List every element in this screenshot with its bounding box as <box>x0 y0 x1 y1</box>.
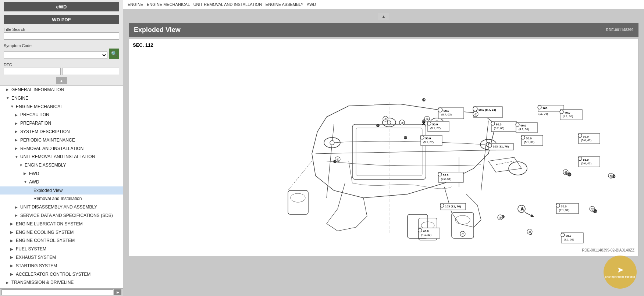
sec-label: SEC. 112 <box>133 42 634 48</box>
tree-label-awd: AWD <box>29 179 39 185</box>
tree-label-exhaust-system: EXHAUST SYSTEM <box>16 254 56 261</box>
tree-arrow-service-data: ▶ <box>15 213 19 218</box>
tree-arrow-unit-disassembly: ▶ <box>15 205 19 210</box>
tree-item-periodic-maintenance[interactable]: ▶PERIODIC MAINTENANCE <box>0 136 123 145</box>
tree-label-transmission: TRANSMISSION & DRIVELINE <box>11 279 74 286</box>
tree-item-engine-assembly[interactable]: ▼ENGINE ASSEMBLY <box>0 161 123 170</box>
svg-point-73 <box>521 136 525 139</box>
svg-text:⑤: ⑤ <box>337 158 339 161</box>
tree-arrow-engine-mechanical: ▼ <box>10 104 15 109</box>
tree-item-exploded-view[interactable]: Exploded View <box>0 186 123 195</box>
tree-item-unit-removal-installation[interactable]: ▼UNIT REMOVAL AND INSTALLATION <box>0 153 123 161</box>
tree-label-accelerator-control: ACCELERATOR CONTROL SYSTEM <box>16 271 90 278</box>
svg-text:40.0: 40.0 <box>520 124 526 127</box>
svg-text:④: ④ <box>426 118 428 121</box>
dtc-input-2[interactable] <box>62 68 119 75</box>
tree-label-engine-lubrication: ENGINE LUBRICATION SYSTEM <box>16 221 83 227</box>
collapse-arrow-button[interactable]: ▲ <box>56 77 67 84</box>
svg-point-84 <box>578 157 582 161</box>
tree-label-engine-cooling: ENGINE COOLING SYSTEM <box>16 229 74 236</box>
tree-item-engine-lubrication[interactable]: ▶ENGINE LUBRICATION SYSTEM <box>0 220 123 228</box>
breadcrumb-text: ENGINE - ENGINE MECHANICAL - UNIT REMOVA… <box>128 2 316 7</box>
svg-point-65 <box>491 122 495 125</box>
tree-arrow-starting-system: ▶ <box>10 263 15 268</box>
tree-item-system-description[interactable]: ▶SYSTEM DESCRIPTION <box>0 128 123 136</box>
svg-text:50.0: 50.0 <box>526 137 532 140</box>
title-search-input[interactable] <box>4 32 119 40</box>
svg-text:(8.1, 59): (8.1, 59) <box>564 238 574 241</box>
svg-text:(8.7, 63): (8.7, 63) <box>441 113 452 116</box>
svg-point-88 <box>438 172 442 176</box>
rde-code-top: RDE-001148399 <box>606 28 634 32</box>
tree-item-engine-mechanical[interactable]: ▼ENGINE MECHANICAL <box>0 103 123 111</box>
tree-item-preparation[interactable]: ▶PREPARATION <box>0 119 123 128</box>
svg-text:103: 103 <box>542 107 548 110</box>
sidebar-bottom-arrow[interactable]: ▶ <box>114 289 121 295</box>
content-scroll: ▲ Exploded View RDE-001148399 SEC. 112 <box>123 9 644 296</box>
tree-item-accelerator-control[interactable]: ▶ACCELERATOR CONTROL SYSTEM <box>0 270 123 279</box>
tree-arrow-general-info: ▶ <box>6 87 10 92</box>
svg-text:(4.1, 30): (4.1, 30) <box>519 128 529 131</box>
tree-item-general-info[interactable]: ▶GENERAL INFORMATION <box>0 86 123 94</box>
diagram-svg: A ① ② ③ ④ ⑤ <box>133 51 634 247</box>
svg-point-92 <box>440 204 444 207</box>
main-content: ENGINE - ENGINE MECHANICAL - UNIT REMOVA… <box>123 0 644 296</box>
svg-text:80.0: 80.0 <box>566 234 572 238</box>
tree-arrow-engine: ▼ <box>6 96 10 101</box>
svg-point-103 <box>561 233 565 237</box>
svg-text:⑫: ⑫ <box>610 175 613 178</box>
tree-item-transmission[interactable]: ▶TRANSMISSION & DRIVELINE <box>0 278 123 287</box>
tree-arrow-unit-removal-installation: ▼ <box>15 154 19 160</box>
wd-pdf-button[interactable]: WD PDF <box>4 15 119 24</box>
tree-item-starting-system[interactable]: ▶STARTING SYSTEM <box>0 262 123 270</box>
tree-item-service-data[interactable]: ▶SERVICE DATA AND SPECIFICATIONS (SDS) <box>0 211 123 220</box>
tree-label-fuel-system: FUEL SYSTEM <box>16 246 46 252</box>
tree-label-engine-control: ENGINE CONTROL SYSTEM <box>16 238 75 244</box>
tree-item-removal-installation[interactable]: ▶REMOVAL AND INSTALLATION <box>0 145 123 153</box>
tree-item-engine-cooling[interactable]: ▶ENGINE COOLING SYSTEM <box>0 228 123 237</box>
tree-item-fwd[interactable]: ▶FWD <box>0 170 123 178</box>
tree-item-unit-disassembly[interactable]: ▶UNIT DISASSEMBLY AND ASSEMBLY <box>0 203 123 211</box>
tree-item-exhaust-system[interactable]: ▶EXHAUST SYSTEM <box>0 253 123 262</box>
title-search-label: Title Search <box>4 27 119 32</box>
rde-code-bottom: RDE-001148399-02-BIA0140ZZ <box>133 248 634 252</box>
svg-text:⑪: ⑪ <box>591 208 594 211</box>
svg-text:55.0: 55.0 <box>583 158 589 161</box>
svg-text:①: ① <box>422 98 426 102</box>
tree-label-removal-installation: REMOVAL AND INSTALLATION <box>20 146 83 152</box>
tree-label-starting-system: STARTING SYSTEM <box>16 263 57 269</box>
svg-line-2 <box>316 150 496 154</box>
tree-label-general-info: GENERAL INFORMATION <box>11 87 64 93</box>
svg-text:(5.6, 41): (5.6, 41) <box>581 162 591 165</box>
tree-item-precaution[interactable]: ▶PRECAUTION <box>0 111 123 119</box>
tree-nav: ▶GENERAL INFORMATION▼ENGINE▼ENGINE MECHA… <box>0 85 123 288</box>
dtc-input-1[interactable] <box>4 68 61 75</box>
tree-arrow-accelerator-control: ▶ <box>10 272 15 277</box>
svg-text:40.0: 40.0 <box>565 111 570 114</box>
scroll-up-button[interactable]: ▲ <box>378 13 389 20</box>
exploded-view-header: Exploded View RDE-001148399 <box>129 23 638 37</box>
sidebar-bottom-input[interactable] <box>1 289 113 295</box>
sidebar-bottom-bar: ▶ <box>0 288 123 296</box>
svg-text:103 (11, 76): 103 (11, 76) <box>445 205 461 208</box>
search-button[interactable]: 🔍 <box>109 49 119 59</box>
svg-text:✕: ✕ <box>421 121 426 126</box>
tree-arrow-fwd: ▶ <box>24 171 28 176</box>
tree-item-engine[interactable]: ▼ENGINE <box>0 94 123 103</box>
tree-item-awd[interactable]: ▼AWD <box>0 178 123 186</box>
svg-text:②: ② <box>401 121 403 125</box>
tree-item-engine-control[interactable]: ▶ENGINE CONTROL SYSTEM <box>0 236 123 245</box>
svg-text:40.0: 40.0 <box>423 229 429 233</box>
tree-arrow-transmission: ▶ <box>6 280 10 285</box>
ewd-button[interactable]: eWD <box>4 2 119 11</box>
tree-item-fuel-system[interactable]: ▶FUEL SYSTEM <box>0 245 123 253</box>
symptom-code-select[interactable] <box>4 51 107 59</box>
tree-item-removal-inst-awd[interactable]: Removal and Installation <box>0 195 123 203</box>
svg-text:⑬: ⑬ <box>565 171 567 174</box>
svg-text:50.0: 50.0 <box>425 137 431 140</box>
svg-text:③: ③ <box>376 124 380 128</box>
svg-text:⑩: ⑩ <box>529 231 531 234</box>
svg-text:90.0: 90.0 <box>443 174 449 177</box>
watermark-text: Sharing creates success <box>605 275 635 278</box>
svg-text:(5.1, 37): (5.1, 37) <box>423 140 434 144</box>
